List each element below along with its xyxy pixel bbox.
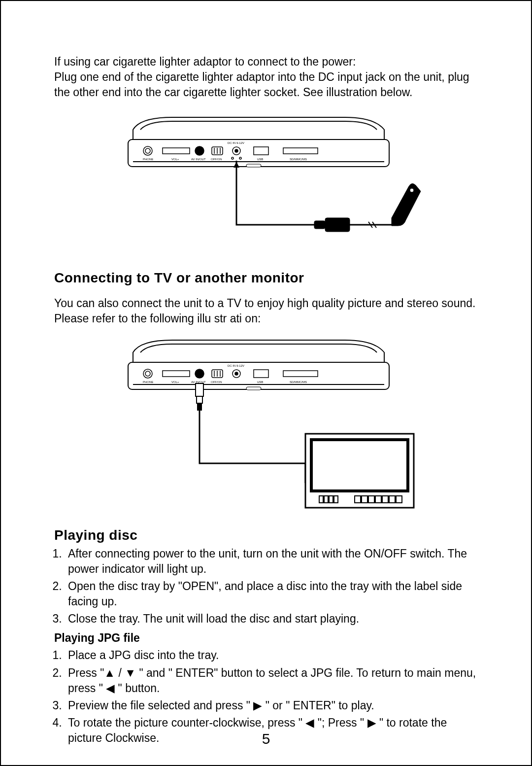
right-icon: ▶	[253, 699, 262, 712]
heading-tv: Connecting to TV or another monitor	[54, 270, 478, 286]
figure-tv-connection: PHONE VOL+ AV IN/OUT OFF/ON DC IN 9-12V …	[99, 335, 433, 513]
svg-rect-46	[197, 396, 202, 403]
left-icon: ◀	[106, 682, 115, 695]
playing-disc-steps: After connecting power to the unit, turn…	[54, 546, 478, 627]
play-step-3: Close the tray. The unit will load the d…	[65, 611, 478, 627]
jpg-step-2: Press "▲ / ▼ " and " ENTER" button to se…	[65, 665, 478, 696]
label-offon: OFF/ON	[211, 158, 222, 161]
down-icon: ▼	[125, 666, 136, 679]
left-icon: ◀	[305, 716, 314, 729]
svg-rect-53	[329, 496, 333, 503]
svg-rect-45	[196, 383, 203, 396]
label-phone: PHONE	[143, 158, 153, 161]
jpg-step-3: Preview the file selected and press " ▶ …	[65, 698, 478, 713]
label-vol: VOL+	[171, 158, 179, 161]
svg-rect-59	[382, 496, 388, 503]
svg-rect-54	[334, 496, 338, 503]
svg-rect-4	[163, 148, 190, 154]
page-number: 5	[1, 731, 531, 747]
svg-point-26	[145, 371, 150, 376]
svg-rect-15	[283, 148, 318, 154]
svg-rect-20	[314, 221, 325, 229]
svg-point-34	[235, 372, 238, 375]
intro-line2: Plug one end of the cigarette lighter ad…	[54, 70, 469, 99]
svg-rect-57	[368, 496, 374, 503]
intro-paragraph: If using car cigarette lighter adaptor t…	[54, 54, 478, 100]
svg-text:PHONE: PHONE	[143, 381, 153, 383]
jpg-step-1: Place a JPG disc into the tray.	[65, 648, 478, 663]
svg-rect-16	[246, 164, 261, 167]
heading-playing-disc: Playing disc	[54, 527, 478, 543]
svg-rect-47	[198, 403, 201, 410]
svg-text:USB: USB	[257, 381, 263, 383]
label-sd: SD/MMC/MS	[290, 158, 307, 161]
label-dc: DC IN 9-12V	[228, 141, 244, 144]
svg-rect-52	[324, 496, 328, 503]
svg-rect-49	[311, 440, 408, 491]
heading-jpg: Playing JPG file	[54, 631, 478, 645]
svg-rect-44	[246, 387, 261, 390]
svg-point-11	[235, 149, 238, 152]
figure-car-adaptor: PHONE VOL+ AV IN/OUT OFF/ON DC IN 9-12V …	[99, 112, 433, 250]
right-icon: ▶	[367, 716, 376, 729]
svg-text:VOL+: VOL+	[171, 381, 179, 383]
svg-rect-56	[362, 496, 367, 503]
intro-line1: If using car cigarette lighter adaptor t…	[54, 55, 356, 68]
page-frame: If using car cigarette lighter adaptor t…	[0, 0, 532, 766]
play-step-1: After connecting power to the unit, turn…	[65, 546, 478, 577]
page-content: If using car cigarette lighter adaptor t…	[54, 54, 478, 748]
svg-rect-19	[325, 218, 350, 232]
svg-rect-14	[254, 147, 268, 155]
svg-rect-60	[389, 496, 395, 503]
svg-rect-55	[355, 496, 361, 503]
svg-text:DC IN 9-12V: DC IN 9-12V	[228, 364, 244, 367]
svg-rect-36	[283, 371, 318, 377]
svg-rect-51	[319, 496, 323, 503]
svg-point-21	[410, 188, 414, 192]
svg-rect-58	[375, 496, 381, 503]
svg-text:SD/MMC/MS: SD/MMC/MS	[290, 381, 307, 383]
svg-rect-61	[396, 496, 402, 503]
svg-text:OFF/ON: OFF/ON	[211, 381, 222, 383]
svg-point-5	[195, 146, 204, 155]
svg-point-3	[145, 148, 150, 153]
label-av: AV IN/OUT	[191, 158, 206, 161]
label-usb: USB	[257, 158, 263, 161]
svg-rect-35	[254, 370, 268, 378]
svg-point-28	[195, 369, 204, 378]
svg-rect-27	[163, 371, 190, 377]
play-step-2: Open the disc tray by "OPEN", and place …	[65, 579, 478, 609]
up-icon: ▲	[104, 666, 115, 679]
tv-paragraph: You can also connect the unit to a TV to…	[54, 296, 478, 326]
